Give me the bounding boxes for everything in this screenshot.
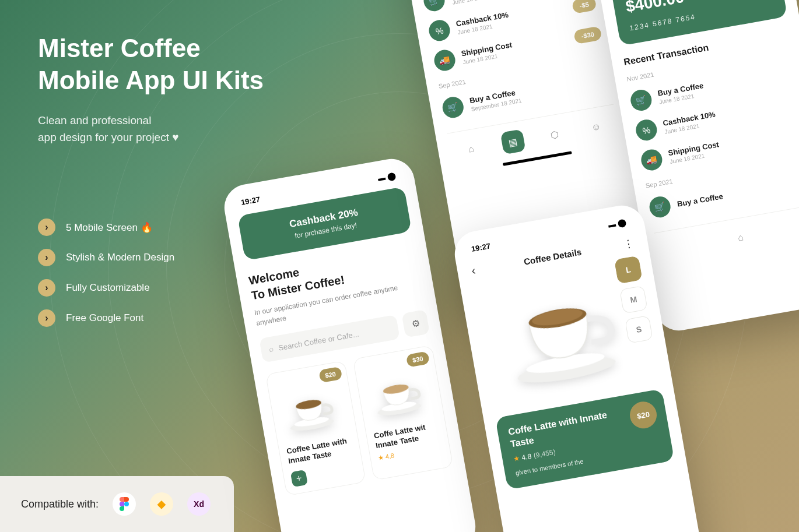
nav-profile[interactable]: ☺	[583, 114, 609, 140]
cart-icon: 🛒	[648, 195, 672, 219]
more-button[interactable]: ⋮	[615, 236, 635, 252]
hero-title: Mister CoffeeMobile App UI Kits	[38, 32, 264, 96]
feature-item: ›5 Mobile Screen 🔥	[38, 219, 174, 236]
compatibility-bar: Compatible with: ◆ Xd	[0, 476, 234, 532]
svg-point-0	[124, 502, 129, 506]
chevron-right-icon: ›	[38, 309, 55, 327]
coffee-cup-image	[276, 378, 349, 441]
percent-icon: %	[635, 118, 659, 142]
nav-bag[interactable]: ⬡	[542, 122, 567, 147]
feature-list: ›5 Mobile Screen 🔥 ›Stylish & Modern Des…	[38, 219, 174, 340]
coffee-cup-image	[499, 267, 634, 402]
figma-icon	[113, 492, 136, 516]
filter-icon: ⚙	[411, 318, 420, 330]
back-button[interactable]: ‹	[471, 262, 490, 278]
size-m-button[interactable]: M	[619, 286, 648, 314]
coffee-cup-image	[363, 363, 436, 426]
signal-wifi-battery-icon: ▬ ⬤	[608, 217, 628, 229]
compatibility-label: Compatible with:	[21, 498, 99, 510]
feature-item: ›Stylish & Modern Design	[38, 249, 174, 266]
product-detail-card: $20 Coffe Latte with Innate Taste ★4,8(9…	[495, 389, 674, 489]
add-button[interactable]: +	[290, 470, 308, 487]
size-l-button[interactable]: L	[614, 256, 643, 284]
size-s-button[interactable]: S	[625, 315, 653, 344]
cart-icon: 🛒	[629, 88, 653, 112]
feature-item: ›Free Google Font	[38, 309, 174, 327]
signal-wifi-battery-icon: ▬ ⬤	[377, 171, 397, 182]
xd-icon: Xd	[187, 492, 211, 516]
product-card[interactable]: $20 Coffee Latte with Innate Taste +	[265, 360, 366, 496]
nav-wallet[interactable]: ▤	[500, 129, 525, 154]
cart-icon: 🛒	[441, 95, 465, 119]
chevron-right-icon: ›	[38, 279, 55, 297]
hero-text: Mister CoffeeMobile App UI Kits Clean an…	[38, 32, 264, 146]
price-badge: $20	[628, 400, 658, 431]
product-card[interactable]: $30 Coffe Latte wit Innate Taste ★ 4,8	[353, 345, 454, 481]
truck-icon: 🚚	[640, 148, 664, 172]
search-icon: ⌕	[268, 344, 274, 354]
chevron-right-icon: ›	[38, 219, 55, 236]
truck-icon: 🚚	[433, 48, 457, 73]
sketch-icon: ◆	[150, 492, 173, 516]
chevron-right-icon: ›	[38, 249, 55, 266]
percent-icon: %	[427, 19, 452, 43]
nav-home[interactable]: ⌂	[458, 136, 484, 162]
filter-button[interactable]: ⚙	[401, 309, 430, 338]
hero-subtitle: Clean and professionalapp design for you…	[38, 112, 264, 146]
feature-item: ›Fully Customizable	[38, 279, 174, 297]
cart-icon: 🛒	[422, 0, 447, 13]
nav-home[interactable]: ⌂	[728, 225, 754, 251]
